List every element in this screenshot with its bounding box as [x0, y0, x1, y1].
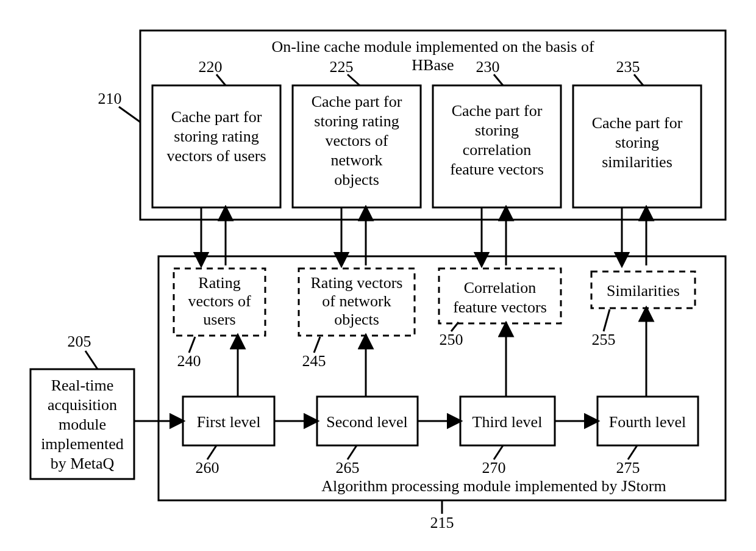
d240-l1: Rating: [198, 274, 240, 292]
leader-265: [348, 445, 357, 459]
cache-220-l3: vectors of users: [166, 147, 266, 165]
ref-245: 245: [302, 352, 326, 370]
leader-255: [604, 309, 610, 331]
ref-205: 205: [68, 333, 91, 350]
diagram: On-line cache module implemented on the …: [0, 0, 756, 551]
cache-module-title-1: On-line cache module implemented on the …: [271, 38, 594, 56]
level-270: Third level: [472, 413, 543, 431]
level-260: First level: [197, 413, 261, 431]
ref-270: 270: [482, 459, 506, 477]
leader-220: [216, 74, 226, 85]
acq-l2: acquisition: [48, 396, 117, 414]
leader-210: [119, 107, 140, 122]
ref-265: 265: [336, 459, 360, 477]
cache-box-220: [152, 85, 280, 207]
ref-215: 215: [430, 514, 454, 531]
cache-225-l1: Cache part for: [312, 93, 402, 110]
leader-240: [189, 337, 195, 353]
level-275: Fourth level: [609, 413, 686, 431]
cache-225-l5: objects: [334, 171, 379, 189]
acq-l3: module: [59, 416, 106, 433]
leader-260: [207, 445, 216, 459]
algo-module-title: Algorithm processing module implemented …: [321, 477, 666, 495]
ref-225: 225: [330, 58, 354, 76]
ref-255: 255: [592, 331, 616, 348]
ref-250: 250: [440, 331, 463, 348]
cache-module-title-2: HBase: [412, 56, 454, 74]
ref-275: 275: [616, 459, 640, 477]
leader-230: [494, 74, 503, 85]
ref-230: 230: [476, 58, 500, 76]
leader-235: [634, 74, 643, 85]
cache-230-l2: storing: [475, 121, 519, 139]
cache-235-l3: similarities: [602, 153, 672, 171]
d250-l1: Correlation: [464, 279, 536, 297]
cache-230-l4: feature vectors: [450, 160, 544, 178]
leader-225: [348, 74, 360, 85]
leader-205: [85, 351, 98, 369]
leader-270: [494, 445, 503, 459]
cache-235-l1: Cache part for: [592, 114, 683, 132]
ref-240: 240: [177, 352, 201, 370]
d240-l2: vectors of: [188, 292, 251, 310]
acq-l4: implemented: [41, 435, 124, 453]
acq-l5: by MetaQ: [51, 455, 115, 472]
cache-225-l4: network: [330, 151, 382, 169]
cache-220-l1: Cache part for: [171, 108, 262, 126]
d255-l1: Similarities: [607, 282, 680, 300]
ref-260: 260: [196, 459, 219, 477]
ref-220: 220: [199, 58, 223, 76]
ref-210: 210: [98, 90, 122, 107]
d245-l2: of network: [322, 292, 391, 310]
cache-225-l3: vectors of: [325, 132, 388, 149]
cache-225-l2: storing rating: [314, 112, 399, 130]
ref-235: 235: [616, 58, 640, 76]
cache-220-l2: storing rating: [174, 128, 259, 145]
cache-230-l3: correlation: [463, 141, 532, 159]
d250-l2: feature vectors: [453, 298, 547, 316]
leader-275: [628, 445, 637, 459]
d245-l3: objects: [334, 311, 379, 328]
acq-l1: Real-time: [51, 376, 114, 394]
d245-l1: Rating vectors: [311, 274, 403, 292]
cache-235-l2: storing: [615, 134, 659, 151]
level-265: Second level: [326, 413, 408, 431]
leader-245: [314, 337, 320, 353]
d240-l3: users: [203, 311, 235, 328]
cache-230-l1: Cache part for: [452, 102, 543, 120]
